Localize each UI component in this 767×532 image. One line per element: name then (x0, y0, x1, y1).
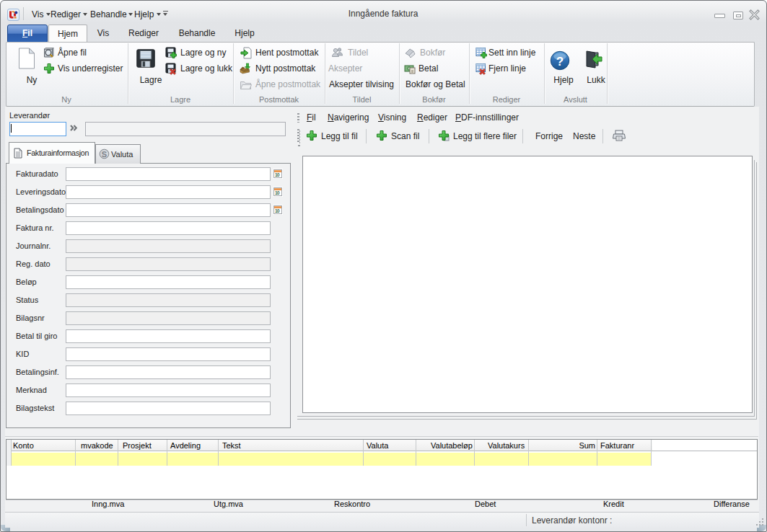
svg-text:S: S (102, 150, 107, 159)
svg-text:?: ? (556, 55, 564, 68)
